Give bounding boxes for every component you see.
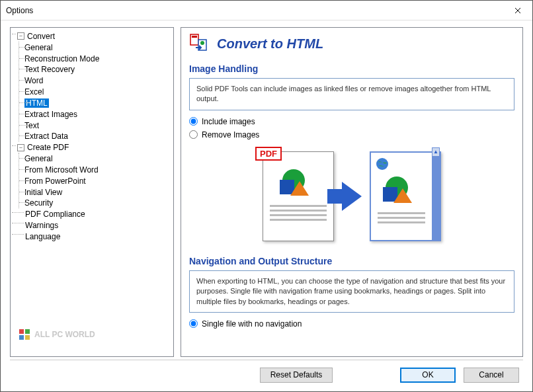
pdf-badge: PDF [255, 147, 282, 161]
radio-single-file-label: Single file with no navigation [202, 319, 302, 329]
tree-node-create-pdf[interactable]: −Create PDF [12, 141, 172, 153]
svg-rect-8 [25, 335, 30, 340]
radio-remove-images-label: Remove Images [202, 130, 259, 139]
radio-include-images-input[interactable] [189, 117, 198, 126]
titlebar: Options [1, 1, 532, 20]
tree-item-from-ppt[interactable]: From PowerPoint [19, 175, 172, 186]
collapse-icon[interactable]: − [17, 144, 24, 151]
tree-item-extract-images[interactable]: Extract Images [19, 108, 172, 120]
nav-tree[interactable]: −Convert General Reconstruction Mode Tex… [10, 27, 174, 357]
section-nav-structure-title: Navigation and Output Structure [189, 256, 514, 266]
conversion-illustration: PDF ▲ [189, 151, 514, 241]
watermark: ALL PC WORLD [19, 329, 95, 340]
radio-single-file[interactable]: Single file with no navigation [189, 319, 514, 329]
radio-include-images[interactable]: Include images [189, 117, 514, 126]
nav-structure-info: When exporting to HTML, you can choose t… [189, 270, 514, 313]
tree-item-extract-data[interactable]: Extract Data [19, 130, 172, 141]
svg-point-3 [200, 41, 204, 45]
button-bar: Reset Defaults OK Cancel [1, 360, 532, 389]
tree-item-from-word[interactable]: From Microsoft Word [19, 164, 172, 175]
convert-html-icon [189, 33, 210, 54]
reset-defaults-button[interactable]: Reset Defaults [260, 368, 333, 383]
tree-item-excel[interactable]: Excel [19, 86, 172, 97]
cancel-button[interactable]: Cancel [464, 368, 519, 383]
tree-item-security[interactable]: Security [19, 197, 172, 208]
radio-single-file-input[interactable] [189, 319, 198, 328]
radio-remove-images[interactable]: Remove Images [189, 130, 514, 139]
tree-item-language[interactable]: Language [12, 231, 172, 242]
watermark-logo-icon [19, 329, 30, 340]
svg-rect-6 [25, 329, 30, 334]
close-icon [514, 7, 521, 14]
svg-rect-7 [19, 335, 24, 340]
svg-point-4 [376, 158, 388, 170]
section-image-handling-title: Image Handling [189, 63, 514, 74]
pdf-doc-illustration: PDF [263, 151, 334, 241]
content-panel: Convert to HTML Image Handling Solid PDF… [181, 27, 523, 357]
tree-item-text[interactable]: Text [19, 120, 172, 131]
tree-item-html[interactable]: HTML [19, 97, 172, 108]
tree-node-convert[interactable]: −Convert [12, 30, 172, 42]
image-handling-info: Solid PDF Tools can include images as li… [189, 78, 514, 110]
watermark-text: ALL PC WORLD [34, 330, 95, 339]
radio-include-images-label: Include images [202, 117, 255, 126]
svg-rect-5 [19, 329, 24, 334]
window-title: Options [6, 6, 33, 15]
tree-item-general[interactable]: General [19, 42, 172, 53]
arrow-right-icon [342, 182, 362, 211]
tree-item-text-recovery[interactable]: Text Recovery [19, 63, 172, 75]
page-title: Convert to HTML [217, 36, 323, 52]
tree-item-word[interactable]: Word [19, 75, 172, 86]
radio-remove-images-input[interactable] [189, 130, 198, 139]
tree-item-cp-general[interactable]: General [19, 153, 172, 164]
close-button[interactable] [503, 1, 532, 20]
tree-item-reconstruction[interactable]: Reconstruction Mode [19, 53, 172, 64]
tree-item-warnings[interactable]: Warnings [12, 219, 172, 231]
collapse-icon[interactable]: − [17, 32, 24, 40]
scroll-up-icon: ▲ [432, 147, 440, 157]
html-doc-illustration: ▲ [370, 151, 441, 241]
tree-item-pdf-compliance[interactable]: PDF Compliance [12, 208, 172, 219]
svg-rect-1 [192, 36, 197, 38]
content-header: Convert to HTML [189, 33, 514, 54]
tree-children-convert: General Reconstruction Mode Text Recover… [19, 42, 172, 141]
main-area: −Convert General Reconstruction Mode Tex… [1, 20, 532, 360]
globe-icon [375, 157, 390, 171]
tree-item-initial-view[interactable]: Initial View [19, 186, 172, 198]
tree-children-create-pdf: General From Microsoft Word From PowerPo… [19, 153, 172, 208]
ok-button[interactable]: OK [400, 368, 456, 383]
